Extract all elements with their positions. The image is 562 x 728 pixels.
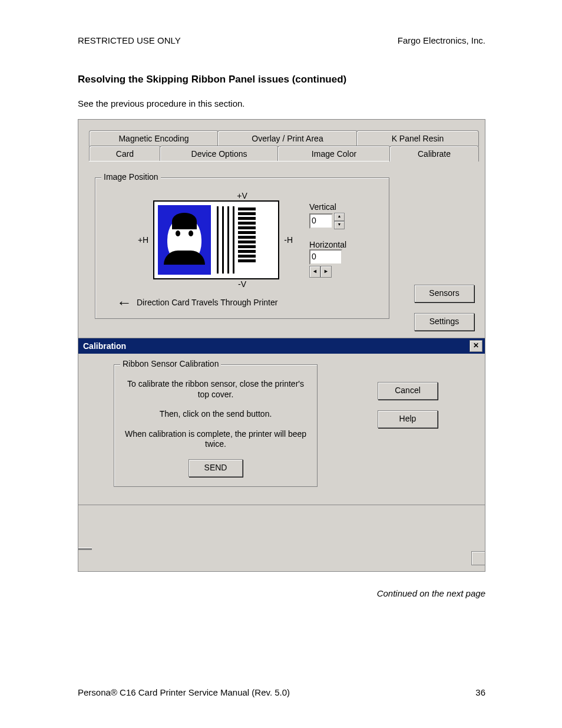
continued-note: Continued on the next page (78, 588, 485, 598)
page-header: RESTRICTED USE ONLY Fargo Electronics, I… (78, 35, 485, 45)
minus-h-label: -H (284, 235, 293, 245)
tab-overlay-print-area[interactable]: Overlay / Print Area (217, 130, 358, 146)
intro-text: See the previous procedure in this secti… (78, 98, 485, 108)
calibration-text-3: When calibration is complete, the printe… (121, 429, 310, 450)
close-icon[interactable]: ✕ (470, 340, 482, 352)
tab-device-options[interactable]: Device Options (160, 146, 279, 162)
vertical-spin-down[interactable]: ▼ (334, 221, 345, 229)
printer-dialog-screenshot: Magnetic Encoding Overlay / Print Area K… (78, 119, 485, 572)
sensors-button[interactable]: Sensors (414, 285, 474, 302)
vertical-spin-up[interactable]: ▲ (334, 213, 345, 221)
send-button[interactable]: SEND (189, 459, 243, 477)
registered-icon: ® (111, 687, 117, 697)
calibration-text-2: Then, click on the send button. (121, 409, 310, 420)
image-position-legend: Image Position (101, 172, 161, 182)
cancel-button[interactable]: Cancel (378, 382, 438, 400)
frame-fragment-left (78, 548, 92, 550)
ribbon-sensor-group: Ribbon Sensor Calibration To calibrate t… (114, 364, 318, 487)
plus-h-label: +H (138, 235, 148, 245)
tab-image-color[interactable]: Image Color (277, 146, 391, 162)
calibration-dialog: Calibration ✕ Ribbon Sensor Calibration … (78, 338, 485, 505)
tab-magnetic-encoding[interactable]: Magnetic Encoding (89, 130, 219, 146)
horizontal-right-icon[interactable]: ► (320, 266, 332, 278)
frame-fragment-right (471, 551, 485, 565)
image-position-group: Image Position +V +H (95, 177, 389, 319)
horizontal-label: Horizontal (309, 240, 346, 249)
vertical-label: Vertical (309, 202, 346, 212)
minus-v-label: -V (238, 279, 246, 289)
vertical-input[interactable]: 0 (309, 213, 333, 229)
arrow-left-icon: ← (117, 295, 132, 310)
dialog-titlebar: Calibration ✕ (78, 338, 485, 354)
direction-text: Direction Card Travels Through Printer (137, 298, 277, 307)
footer-page-number: 36 (475, 687, 485, 697)
ribbon-group-legend: Ribbon Sensor Calibration (120, 359, 221, 368)
help-button[interactable]: Help (378, 410, 438, 428)
horizontal-left-icon[interactable]: ◄ (309, 266, 320, 278)
horizontal-input[interactable]: 0 (309, 249, 342, 265)
header-left: RESTRICTED USE ONLY (78, 35, 181, 45)
header-right: Fargo Electronics, Inc. (398, 35, 485, 45)
tab-k-panel-resin[interactable]: K Panel Resin (356, 130, 479, 146)
calibration-text-1: To calibrate the ribbon sensor, close th… (121, 379, 310, 400)
dialog-title: Calibration (83, 341, 126, 351)
tab-calibrate[interactable]: Calibrate (389, 146, 479, 162)
tab-card[interactable]: Card (89, 146, 161, 162)
settings-button[interactable]: Settings (414, 313, 474, 331)
card-preview-image (153, 200, 279, 279)
tab-strip: Magnetic Encoding Overlay / Print Area K… (89, 130, 474, 163)
section-heading: Resolving the Skipping Ribbon Panel issu… (78, 74, 485, 85)
plus-v-label: +V (237, 191, 247, 200)
page-footer: Persona® C16 Card Printer Service Manual… (78, 687, 485, 697)
footer-left: Persona® C16 Card Printer Service Manual… (78, 687, 290, 697)
